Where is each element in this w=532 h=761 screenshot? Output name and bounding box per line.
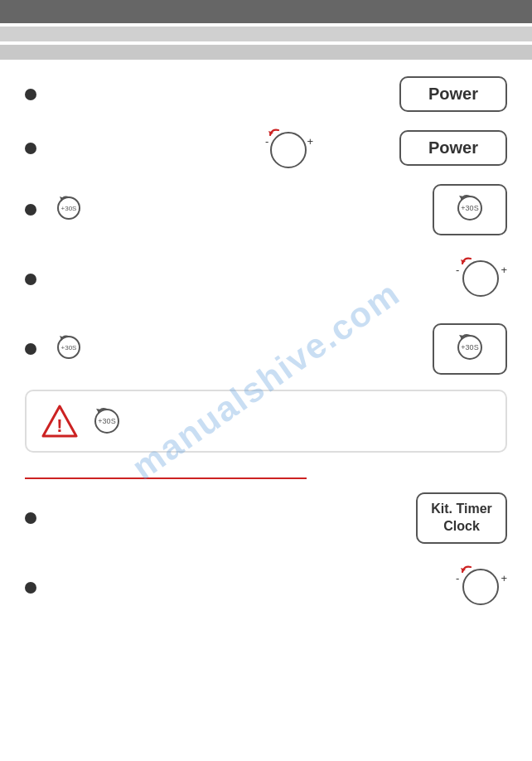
power-btn-2-label: Power bbox=[399, 130, 507, 166]
svg-text:+30S: +30S bbox=[61, 205, 77, 212]
knob-right-2: - + bbox=[456, 562, 507, 613]
svg-text:+30S: +30S bbox=[98, 417, 115, 425]
knob-r2-plus: + bbox=[501, 572, 507, 584]
power-btn-label: Power bbox=[399, 76, 507, 112]
btn-30s-right-1[interactable]: +30S bbox=[433, 184, 507, 235]
bullet-dot bbox=[25, 89, 36, 100]
table-row: - + bbox=[25, 254, 507, 305]
btn-30s-right-2[interactable]: +30S bbox=[433, 323, 507, 375]
warning-triangle-icon: ! bbox=[41, 403, 78, 439]
knob-right-1: - + bbox=[456, 254, 507, 305]
svg-text:+30S: +30S bbox=[61, 344, 77, 351]
kit-timer-clock-label: Kit. Timer Clock bbox=[416, 492, 507, 544]
svg-text:+30S: +30S bbox=[461, 343, 478, 351]
header-bar-light1 bbox=[0, 27, 532, 41]
btn-30s-label-2: +30S bbox=[433, 323, 507, 375]
header-bar-light2 bbox=[0, 45, 532, 60]
bullet-dot bbox=[25, 274, 36, 285]
header-section bbox=[0, 0, 532, 60]
bullet-dot bbox=[25, 512, 36, 524]
warning-text-area: +30S bbox=[91, 405, 491, 437]
table-row: Power bbox=[25, 76, 507, 112]
table-row: +30S +30S bbox=[25, 184, 507, 235]
table-row: +30S +30S bbox=[25, 323, 507, 375]
knob-r2-arrow-icon bbox=[459, 564, 477, 582]
svg-text:+30S: +30S bbox=[461, 204, 478, 212]
knob-plus-label: + bbox=[307, 135, 313, 148]
power-button-2[interactable]: Power bbox=[399, 130, 507, 166]
table-row: Kit. Timer Clock bbox=[25, 492, 507, 544]
warning-30s-icon: +30S bbox=[91, 405, 123, 437]
inline-30s-icon-left-2: +30S bbox=[55, 333, 83, 365]
knob-center: - + bbox=[265, 127, 313, 175]
knob-r1-plus: + bbox=[501, 264, 507, 276]
kit-timer-clock-button[interactable]: Kit. Timer Clock bbox=[416, 492, 507, 544]
content-area: Power - + Power bbox=[0, 68, 532, 474]
bullet-dot bbox=[25, 204, 36, 216]
warning-box: ! +30S bbox=[25, 390, 507, 453]
knob-arrow-icon bbox=[267, 127, 285, 145]
header-bar-dark bbox=[0, 0, 532, 23]
power-button-1[interactable]: Power bbox=[399, 76, 507, 112]
inline-30s-icon-left: +30S bbox=[55, 194, 83, 225]
bullet-dot bbox=[25, 582, 36, 594]
bullet-dot bbox=[25, 143, 36, 154]
table-row: - + Power bbox=[25, 130, 507, 166]
red-divider bbox=[25, 477, 307, 479]
bullet-dot bbox=[25, 343, 36, 355]
table-row: - + bbox=[25, 562, 507, 613]
svg-text:!: ! bbox=[56, 415, 62, 436]
knob-r1-arrow-icon bbox=[459, 255, 477, 274]
btn-30s-label-1: +30S bbox=[433, 184, 507, 235]
bottom-section: Kit. Timer Clock - + bbox=[0, 492, 532, 613]
